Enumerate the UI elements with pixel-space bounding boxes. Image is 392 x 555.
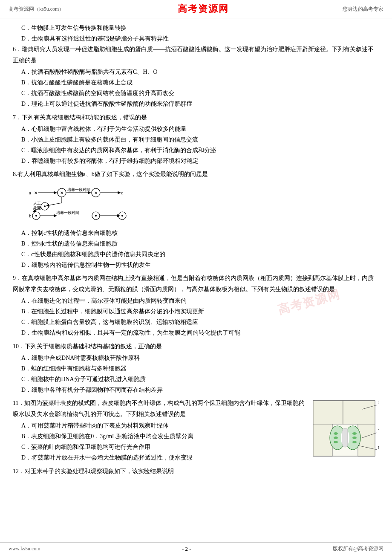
svg-rect-31: [313, 424, 332, 456]
q7-text: 7．下列有关真核细胞结构和功能的叙述，错误的是: [13, 112, 379, 123]
svg-text:培养一段时间: 培养一段时间: [56, 211, 79, 215]
svg-point-39: [352, 432, 357, 435]
q8-option-d: D．细胞核内的遗传信息控制生物一切性状的发生: [13, 260, 379, 270]
q10-option-a: A．细胞中合成DNA时需要核糖核苷酸作原料: [13, 353, 379, 363]
svg-point-40: [352, 436, 357, 439]
q6-option-c: C．抗酒石酸酸性磷酸酶的空间结构会随温度的升高而改变: [13, 88, 379, 98]
q9-option-a: A．在细胞进化的过程中，高尔基体可能是由内质网转变而来的: [13, 295, 379, 306]
svg-text:表皮细胞: 表皮细胞: [378, 400, 379, 405]
q11-option-b: B．表皮细胞和保卫细胞在0．3g/mL蔗糖溶液中均会发生质壁分离: [13, 431, 307, 442]
header-right-text: 您身边的高考专家: [343, 6, 383, 13]
svg-text:✕: ✕: [94, 191, 98, 195]
header-left-text: 高考资源网（ks5u.com）: [9, 6, 64, 13]
q7-option-a: A．心肌细胞中富含线粒体，有利于为生命活动提供较多的能量: [13, 124, 379, 134]
spinach-stomata-diagram: 表皮细胞 气孔 保卫细胞: [311, 399, 379, 460]
stomata-svg: 表皮细胞 气孔 保卫细胞: [311, 399, 379, 458]
q9-text: 9．在真核细胞中高尔基体与内质网在结构上没有直接相通，但是当附着有核糖体的内质网…: [13, 273, 379, 294]
q6-option-d: D．理论上可以通过促进抗酒石酸酸性磷酸酶的功能来治疗肥胖症: [13, 98, 379, 109]
q11-text: 11．如图为菠菜叶表皮的模式图，表皮细胞内不含叶绿体，构成气孔的两个保卫细胞内含…: [13, 398, 307, 419]
svg-text:人工: 人工: [33, 201, 41, 205]
svg-point-36: [334, 432, 338, 435]
footer-page-number: - 2 -: [182, 546, 191, 552]
q7-option-d: D．吞噬细胞中有较多的溶酶体，有利于维持细胞内部环境相对稳定: [13, 156, 379, 166]
question-8: 8.有人利用真核单细胞生物a、b做了如下实验，这个实验最能说明的问题是 a ✕ …: [13, 169, 379, 270]
q8-option-c: C．c性状是由细胞核和细胞质中的遗传信息共同决定的: [13, 249, 379, 260]
q11-option-d: D．将菠菜叶片放在开水中会增大生物膜的选择透过性，使水变绿: [13, 452, 307, 463]
svg-point-27: [121, 215, 123, 217]
svg-text:✕: ✕: [60, 191, 63, 195]
svg-text:b: b: [29, 213, 32, 218]
q12-text: 12．对玉米种子的实验处理和观察现象如下，该实验结果说明: [13, 466, 379, 477]
q9-option-c: C．细胞膜上糖蛋白含量较高，这与细胞膜的识别、运输功能相适应: [13, 317, 379, 327]
page-header: 高考资源网（ks5u.com） 高考资源网 您身边的高考专家: [0, 0, 392, 18]
svg-text:保卫细胞: 保卫细胞: [378, 445, 379, 449]
svg-rect-30: [343, 401, 375, 424]
q8-option-a: A．控制c性状的遗传信息来自细胞核: [13, 228, 379, 238]
q7-option-b: B．小肠上皮细胞膜上有较多的载体蛋白，有利于细胞间的信息交流: [13, 134, 379, 145]
q11-option-a: A．可用菠菜叶片稍带些叶肉的下表皮为材料观察叶绿体: [13, 420, 307, 431]
svg-point-14: [44, 205, 46, 207]
q7-option-c: C．唾液腺细胞中有发达的内质网和高尔基体，有利于消化酶的合成和分泌: [13, 145, 379, 156]
svg-rect-29: [313, 401, 343, 424]
q9-option-b: B．在细胞生长过程中，细胞膜可以通过高尔基体分泌的小泡实现更新: [13, 306, 379, 317]
q6-option-a: A．抗酒石酸酸性磷酸酶与脂肪共有元素有C、H、O: [13, 66, 379, 77]
main-content: C．生物膜上可发生信号转换和能量转换 D．生物膜具有选择透过性的基础是磷脂分子具…: [0, 23, 392, 505]
svg-text:✕: ✕: [34, 191, 37, 195]
q11-option-c: C．菠菜的叶肉细胞和保卫细胞均可进行光合作用: [13, 442, 307, 452]
svg-point-37: [334, 436, 338, 439]
footer-right-text: 版权所有@高考资源网: [333, 545, 383, 552]
header-center-title: 高考资源网: [178, 3, 229, 15]
svg-point-38: [334, 441, 338, 443]
svg-point-20: [35, 215, 37, 217]
q9-option-d: D．生物膜结构和成分相似，且具有一定的流动性，为生物膜之间的转化提供了可能: [13, 327, 379, 338]
page-footer: www.ks5u.com - 2 - 版权所有@高考资源网: [0, 542, 392, 555]
q8-diagram: a ✕ ✕ 培养一段时间 ✕ c 人工: [21, 182, 379, 225]
q8-option-b: B．控制c性状的遗传信息来自细胞质: [13, 238, 379, 249]
svg-text:气孔: 气孔: [378, 428, 379, 432]
q10-option-c: C．细胞核中的DNA分子可通过核孔进入细胞质: [13, 374, 379, 384]
question-10: 10．下列关于细胞物质基础和结构基础的叙述，正确的是 A．细胞中合成DNA时需要…: [13, 341, 379, 396]
footer-left-text: www.ks5u.com: [9, 546, 40, 552]
q10-option-b: B．蛙的红细胞中有细胞核与多种细胞器: [13, 363, 379, 374]
question-11: 11．如图为菠菜叶表皮的模式图，表皮细胞内不含叶绿体，构成气孔的两个保卫细胞内含…: [13, 398, 379, 463]
question-7: 7．下列有关真核细胞结构和功能的叙述，错误的是 A．心肌细胞中富含线粒体，有利于…: [13, 112, 379, 167]
q10-option-d: D．细胞中各种有机分子都因物种不同而存在结构差异: [13, 384, 379, 395]
q11-content: 11．如图为菠菜叶表皮的模式图，表皮细胞内不含叶绿体，构成气孔的两个保卫细胞内含…: [13, 398, 307, 463]
q11-area: 11．如图为菠菜叶表皮的模式图，表皮细胞内不含叶绿体，构成气孔的两个保卫细胞内含…: [13, 398, 379, 463]
q10-text: 10．下列关于细胞物质基础和结构基础的叙述，正确的是: [13, 341, 379, 352]
svg-text:c: c: [121, 190, 123, 195]
question-12: 12．对玉米种子的实验处理和观察现象如下，该实验结果说明: [13, 466, 379, 477]
q6-option-b: B．抗酒石酸酸性磷酸酶是在核糖体上合成: [13, 77, 379, 88]
svg-line-16: [48, 203, 62, 205]
question-6: 6．瑞典研究人员发现一种促进脂肪细胞生成的蛋白质——抗酒石酸酸性磷酸酶。这一发现…: [13, 44, 379, 109]
svg-text:培养一段时间: 培养一段时间: [67, 188, 90, 192]
question-9: 9．在真核细胞中高尔基体与内质网在结构上没有直接相通，但是当附着有核糖体的内质网…: [13, 273, 379, 338]
prev-option-c: C．生物膜上可发生信号转换和能量转换: [13, 23, 379, 33]
q8-text: 8.有人利用真核单细胞生物a、b做了如下实验，这个实验最能说明的问题是: [13, 169, 379, 179]
svg-text:a: a: [29, 190, 31, 195]
experiment-diagram: a ✕ ✕ 培养一段时间 ✕ c 人工: [21, 182, 158, 225]
prev-option-d: D．生物膜具有选择透过性的基础是磷脂分子具有特异性: [13, 33, 379, 44]
q6-text: 6．瑞典研究人员发现一种促进脂肪细胞生成的蛋白质——抗酒石酸酸性磷酸酶。这一发现…: [13, 44, 379, 65]
svg-point-41: [352, 441, 357, 443]
svg-point-24: [95, 215, 97, 217]
